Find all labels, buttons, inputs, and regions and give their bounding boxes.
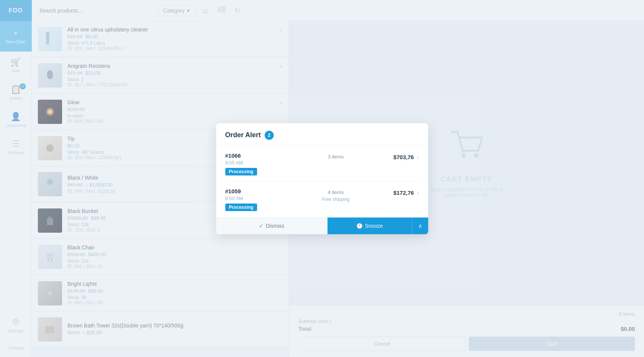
order-items-count: 3 items — [281, 154, 390, 160]
modal-footer: ✓ Dismiss 🕐 Snooze ∧ — [216, 217, 428, 234]
modal-title: Order Alert — [225, 131, 261, 139]
check-icon: ✓ — [259, 223, 264, 229]
snooze-expand-button[interactable]: ∧ — [412, 218, 428, 234]
dismiss-button[interactable]: ✓ Dismiss — [216, 218, 327, 234]
order-arrow-icon[interactable]: › — [417, 189, 419, 196]
order-left-1059: #1059 9:50 AM Processing — [225, 188, 278, 211]
modal-body: #1066 9:55 AM Processing 3 items $703,76… — [216, 146, 428, 217]
order-number: #1066 — [225, 152, 278, 159]
order-arrow-icon[interactable]: › — [417, 154, 419, 161]
order-total: $703,76 — [393, 154, 414, 160]
order-number: #1059 — [225, 188, 278, 194]
order-shipping: Free shipping — [281, 197, 390, 202]
modal-badge-count: 2 — [265, 131, 274, 140]
status-badge: Processing — [225, 168, 257, 175]
order-total: $172,76 — [393, 189, 414, 196]
snooze-button[interactable]: 🕐 Snooze — [327, 218, 412, 234]
order-alert-modal: Order Alert 2 #1066 9:55 AM Processing 3… — [216, 123, 428, 234]
order-middle-1066: 3 items — [281, 152, 390, 160]
order-items-count: 4 items — [281, 189, 390, 195]
order-right-1066: $703,76 › — [393, 152, 419, 161]
order-row-1066: #1066 9:55 AM Processing 3 items $703,76… — [225, 146, 419, 182]
snooze-label: Snooze — [365, 223, 383, 229]
dismiss-label: Dismiss — [266, 223, 284, 229]
snooze-wrap: 🕐 Snooze ∧ — [327, 218, 428, 234]
modal-header: Order Alert 2 — [216, 123, 428, 146]
order-middle-1059: 4 items Free shipping — [281, 188, 390, 202]
clock-icon: 🕐 — [356, 223, 363, 229]
order-right-1059: $172,76 › — [393, 188, 419, 196]
order-time: 9:55 AM — [225, 160, 278, 166]
order-time: 9:50 AM — [225, 196, 278, 201]
order-row-1059: #1059 9:50 AM Processing 4 items Free sh… — [225, 182, 419, 217]
chevron-up-icon: ∧ — [418, 223, 422, 229]
status-badge: Processing — [225, 204, 257, 211]
order-left-1066: #1066 9:55 AM Processing — [225, 152, 278, 175]
modal-overlay: Order Alert 2 #1066 9:55 AM Processing 3… — [0, 0, 644, 357]
